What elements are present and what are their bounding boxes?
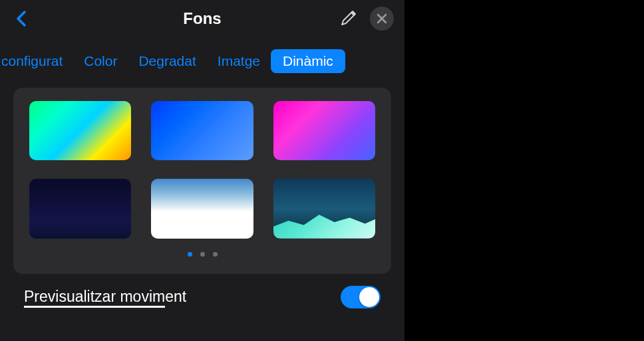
eyedropper-icon <box>339 10 357 27</box>
chevron-left-icon <box>15 10 27 27</box>
eyedropper-button[interactable] <box>338 9 358 29</box>
pagination-dots <box>29 252 375 257</box>
background-option-2[interactable] <box>151 101 253 160</box>
back-button[interactable] <box>11 9 31 29</box>
tab-dynamic[interactable]: Dinàmic <box>271 49 345 73</box>
background-option-4[interactable] <box>29 179 131 238</box>
close-button[interactable] <box>370 7 394 31</box>
tab-gradient[interactable]: Degradat <box>128 49 206 73</box>
panel-title: Fons <box>183 9 221 28</box>
tab-preconfigured[interactable]: configurat <box>0 49 73 73</box>
preview-motion-label: Previsualitzar moviment <box>24 288 186 306</box>
page-dot-3[interactable] <box>213 252 218 257</box>
thumbnails-card <box>13 88 391 274</box>
background-option-3[interactable] <box>273 101 375 160</box>
underline-decoration <box>24 306 165 308</box>
page-dot-1[interactable] <box>188 252 192 257</box>
preview-motion-text: Previsualitzar moviment <box>24 288 186 305</box>
tab-image[interactable]: Imatge <box>207 49 271 73</box>
close-icon <box>377 13 387 24</box>
preview-motion-toggle[interactable] <box>341 286 381 308</box>
background-option-6[interactable] <box>273 179 375 238</box>
preview-motion-row: Previsualitzar moviment <box>0 274 404 308</box>
background-settings-panel: Fons configurat Color Degradat Imatge Di… <box>0 0 404 341</box>
panel-header: Fons <box>0 0 404 37</box>
category-tabs: configurat Color Degradat Imatge Dinàmic <box>0 37 404 88</box>
background-option-5[interactable] <box>151 179 253 238</box>
thumbnail-grid <box>29 101 375 239</box>
page-dot-2[interactable] <box>200 252 205 257</box>
toggle-knob <box>359 287 379 307</box>
header-actions <box>338 7 394 31</box>
tab-color[interactable]: Color <box>73 49 128 73</box>
background-option-1[interactable] <box>29 101 131 160</box>
